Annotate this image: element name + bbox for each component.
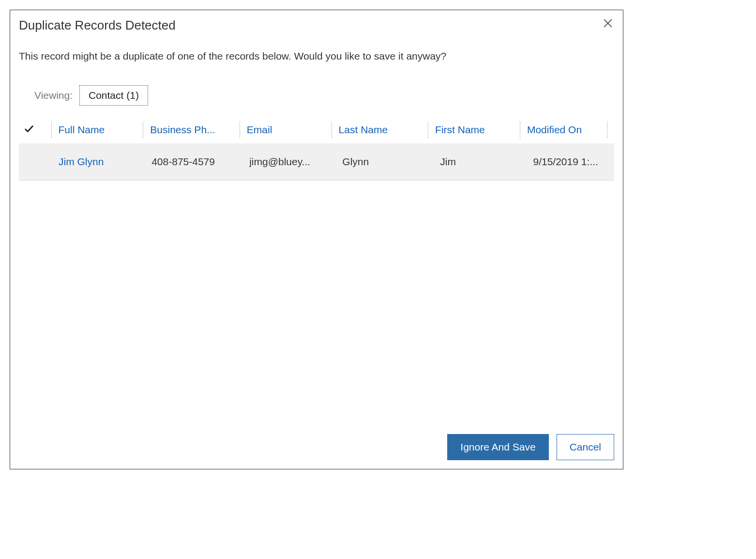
- cancel-button[interactable]: Cancel: [557, 434, 614, 460]
- column-separator: [607, 121, 607, 139]
- dialog-header: Duplicate Records Detected: [10, 10, 623, 33]
- column-header-select[interactable]: [19, 124, 51, 137]
- column-separator: [332, 121, 332, 139]
- dialog-message: This record might be a duplicate of one …: [10, 33, 623, 62]
- column-header-modified-on[interactable]: Modified On: [527, 124, 607, 136]
- column-separator: [240, 121, 240, 139]
- ignore-and-save-button[interactable]: Ignore And Save: [447, 434, 548, 460]
- dialog-title: Duplicate Records Detected: [19, 18, 176, 33]
- cell-modified-on: 9/15/2019 1:...: [533, 156, 614, 168]
- column-header-fullname[interactable]: Full Name: [59, 124, 143, 136]
- table-header-row: Full Name Business Ph... Email Last Name…: [19, 116, 614, 143]
- table-row[interactable]: Jim Glynn 408-875-4579 jimg@bluey... Gly…: [19, 143, 614, 180]
- cell-business-phone: 408-875-4579: [151, 156, 242, 168]
- cell-lastname: Glynn: [342, 156, 433, 168]
- column-separator: [520, 121, 520, 139]
- duplicates-table: Full Name Business Ph... Email Last Name…: [19, 116, 614, 181]
- column-header-lastname[interactable]: Last Name: [339, 124, 428, 136]
- entity-type-selector[interactable]: Contact (1): [79, 85, 148, 106]
- viewing-row: Viewing: Contact (1): [19, 85, 614, 106]
- column-header-email[interactable]: Email: [247, 124, 332, 136]
- cell-firstname: Jim: [440, 156, 526, 168]
- dialog-footer: Ignore And Save Cancel: [10, 434, 623, 469]
- checkmark-icon: [24, 124, 34, 137]
- cell-fullname[interactable]: Jim Glynn: [59, 156, 144, 168]
- column-separator: [51, 121, 52, 139]
- viewing-label: Viewing:: [34, 90, 73, 101]
- column-header-firstname[interactable]: First Name: [435, 124, 520, 136]
- close-icon: [604, 19, 612, 30]
- cell-email: jimg@bluey...: [249, 156, 335, 168]
- dialog-content: Viewing: Contact (1) Full Name Business …: [10, 62, 623, 434]
- column-separator: [428, 121, 428, 139]
- close-button[interactable]: [602, 18, 614, 31]
- column-header-business-phone[interactable]: Business Ph...: [150, 124, 240, 136]
- duplicate-records-dialog: Duplicate Records Detected This record m…: [10, 10, 623, 469]
- column-separator: [143, 121, 143, 139]
